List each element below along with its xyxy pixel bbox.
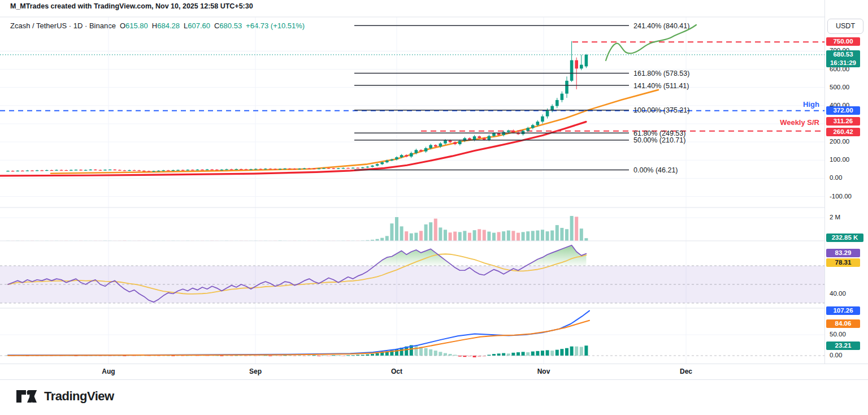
currency-button[interactable]: USDT (827, 19, 863, 34)
brush-drawing[interactable] (606, 25, 696, 60)
axis-label-chip: 311.26 (826, 117, 860, 126)
month-label: Oct (391, 368, 402, 375)
axis-label-chip: 750.00 (826, 37, 860, 46)
month-label: Aug (102, 368, 115, 375)
fib-level-label: 141.40% (511.41) (633, 82, 689, 90)
axis-tick: 200.00 (830, 138, 849, 145)
volume-bars (6, 216, 588, 241)
axis-tick: 50.00 (830, 331, 846, 338)
fib-level-label: 161.80% (578.53) (633, 70, 689, 77)
month-label: Sep (249, 368, 262, 375)
fib-level-label: 0.00% (46.21) (633, 166, 678, 174)
brand-text: TradingView (44, 389, 114, 404)
axis-label-chip: 107.26 (826, 306, 860, 315)
axis-label-chip: 23.21 (826, 341, 860, 350)
axis-tick: 0.00 (830, 352, 842, 358)
gridlines (0, 17, 824, 364)
high-line-label: High (766, 100, 819, 109)
axis-label-chip: 83.29 (826, 249, 860, 257)
tradingview-chart-window: M_MTrades created with TradingView.com, … (0, 0, 868, 415)
axis-label-chip: 680.5316:31:29 (826, 50, 860, 67)
axis-label-chip: 260.42 (826, 128, 860, 136)
axis-tick: -100.00 (830, 193, 852, 200)
axis-label-chip: 232.85 K (826, 234, 863, 242)
weekly-sr-label: Weekly S/R (740, 118, 819, 127)
axis-tick: 100.00 (830, 156, 849, 163)
tradingview-logo-icon (16, 388, 38, 405)
tradingview-branding[interactable]: TradingView (16, 387, 114, 406)
orange-ma-line (51, 90, 658, 174)
weekly-sr-curve (0, 122, 586, 176)
price-axis[interactable]: USDT 700.00600.00500.00400.00200.00100.0… (824, 0, 868, 364)
axis-tick: 0.00 (830, 174, 842, 181)
axis-tick: 500.00 (830, 84, 849, 90)
fib-retracement: 241.40% (840.41)161.80% (578.53)141.40% … (354, 22, 689, 174)
axis-tick: 40.00 (830, 290, 846, 297)
axis-label-chip: 372.00 (826, 106, 860, 115)
axis-label-chip: 78.31 (826, 258, 860, 267)
indicator-orange-line (8, 321, 589, 356)
fib-level-label: 241.40% (840.41) (633, 22, 689, 30)
rsi-band (0, 266, 824, 303)
axis-label-chip: 84.06 (826, 319, 860, 328)
month-label: Nov (537, 368, 550, 375)
month-label: Dec (680, 368, 692, 375)
axis-tick: 2 M (830, 214, 840, 221)
chart-canvas[interactable]: 241.40% (840.41)161.80% (578.53)141.40% … (0, 0, 824, 364)
indicator-blue-line (8, 311, 589, 356)
last-update-time: 16:31:29 (826, 59, 860, 67)
fib-level-label: 100.00% (375.21) (633, 106, 689, 114)
fib-level-label: 50.00% (210.71) (633, 136, 685, 144)
time-axis[interactable]: AugSepOctNovDec (0, 364, 868, 380)
candlesticks (6, 41, 588, 172)
